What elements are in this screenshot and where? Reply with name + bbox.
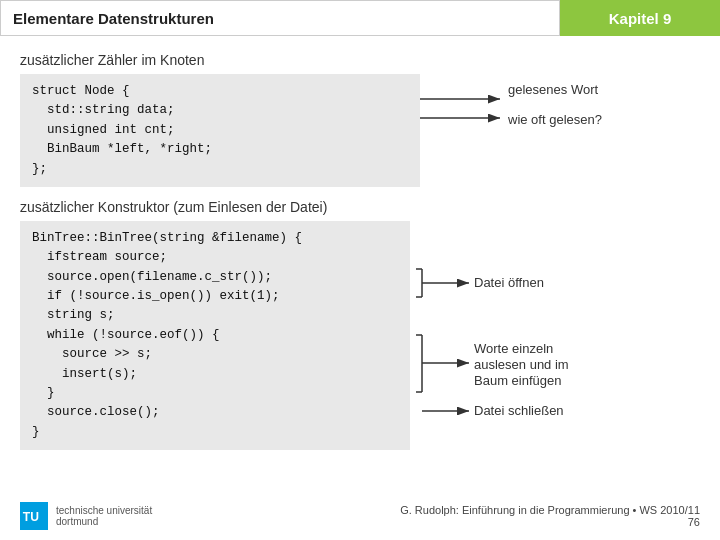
code-line: BinBaum *left, *right; [32, 140, 408, 159]
code-line: ifstream source; [32, 248, 398, 267]
code-line: source.open(filename.c_str()); [32, 268, 398, 287]
section2: zusätzlicher Konstruktor (zum Einlesen d… [20, 199, 700, 450]
header-chapter: Kapitel 9 [560, 0, 720, 36]
footer-institution: technische universität dortmund [56, 505, 152, 527]
code-line: string s; [32, 306, 398, 325]
ann1-line2: wie oft gelesen? [507, 112, 602, 127]
section2-label: zusätzlicher Konstruktor (zum Einlesen d… [20, 199, 700, 215]
section1-label: zusätzlicher Zähler im Knoten [20, 52, 700, 68]
section1: zusätzlicher Zähler im Knoten struct Nod… [20, 52, 700, 187]
code-line: source.close(); [32, 403, 398, 422]
main-content: zusätzlicher Zähler im Knoten struct Nod… [0, 36, 720, 450]
tu-logo-svg: TU [20, 502, 48, 530]
footer-page: 76 [400, 516, 700, 528]
code-block-2: BinTree::BinTree(string &filename) { ifs… [20, 221, 410, 450]
chapter-text: Kapitel 9 [609, 10, 672, 27]
code-line: }; [32, 160, 408, 179]
code-line: BinTree::BinTree(string &filename) { [32, 229, 398, 248]
code-line: std::string data; [32, 101, 408, 120]
code-line: while (!source.eof()) { [32, 326, 398, 345]
code-block-1: struct Node { std::string data; unsigned… [20, 74, 420, 187]
section2-content: BinTree::BinTree(string &filename) { ifs… [20, 221, 700, 450]
code-line: } [32, 423, 398, 442]
code-line: unsigned int cnt; [32, 121, 408, 140]
section2-annotations: Datei öffnen Worte einzeln auslesen und … [414, 221, 614, 419]
code-line: struct Node { [32, 82, 408, 101]
title-text: Elementare Datenstrukturen [13, 10, 214, 27]
section1-content: struct Node { std::string data; unsigned… [20, 74, 700, 187]
code-line: if (!source.is_open()) exit(1); [32, 287, 398, 306]
ann2-worte-3: Baum einfügen [474, 373, 561, 388]
code-line: source >> s; [32, 345, 398, 364]
arrows-section1: gelesenes Wort wie oft gelesen? [420, 74, 620, 158]
code-line: insert(s); [32, 365, 398, 384]
footer-course: G. Rudolph: Einführung in die Programmie… [400, 504, 700, 516]
arrows-svg-1: gelesenes Wort wie oft gelesen? [420, 74, 620, 154]
svg-text:TU: TU [23, 510, 39, 524]
header-title: Elementare Datenstrukturen [0, 0, 560, 36]
header: Elementare Datenstrukturen Kapitel 9 [0, 0, 720, 36]
footer-logo: TU technische universität dortmund [20, 502, 152, 530]
ann2-datei-schliessen: Datei schließen [474, 403, 564, 415]
footer-right: G. Rudolph: Einführung in die Programmie… [400, 504, 700, 528]
ann2-worte-1: Worte einzeln [474, 341, 553, 356]
code-line: } [32, 384, 398, 403]
braces-svg: Datei öffnen Worte einzeln auslesen und … [414, 221, 614, 415]
ann2-worte-2: auslesen und im [474, 357, 569, 372]
footer: TU technische universität dortmund G. Ru… [0, 502, 720, 530]
ann2-datei-oeffnen: Datei öffnen [474, 275, 544, 290]
ann1-line1: gelesenes Wort [508, 82, 598, 97]
